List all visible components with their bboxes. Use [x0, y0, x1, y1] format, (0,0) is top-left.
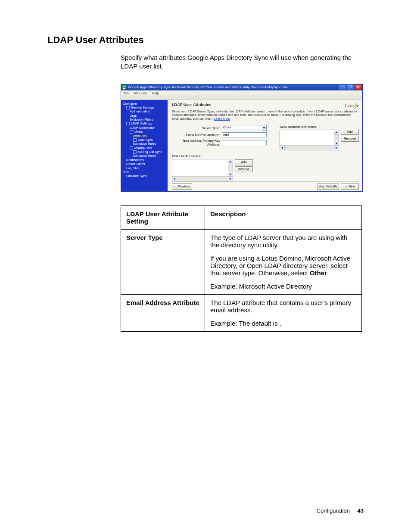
svg-marker-10 [281, 146, 283, 149]
alias-remove-button[interactable]: Remove [341, 136, 359, 142]
tree-ldap-connection[interactable]: LDAP Connection [123, 126, 166, 130]
use-defaults-button[interactable]: Use Defaults [317, 184, 339, 190]
tree-service-settings[interactable]: Service Settings [123, 106, 166, 109]
app-icon [122, 85, 126, 90]
scroll-left-icon[interactable] [172, 176, 177, 181]
scroll-left-icon[interactable] [280, 145, 285, 150]
window-minimize-button[interactable]: _ [339, 84, 346, 90]
alias-add-button[interactable]: Add [341, 129, 359, 135]
nonaddr-label: Non-Address Primary Key Attribute: [172, 139, 220, 146]
table-row-description: The LDAP attribute that contains a user'… [205, 295, 362, 332]
intro-text: Specify what attributes Google Apps Dire… [121, 53, 364, 71]
nonaddr-input[interactable] [222, 140, 267, 145]
panel-title: LDAP User Attributes [172, 103, 212, 107]
tree-ldap-settings[interactable]: LDAP Settings [123, 121, 166, 125]
nav-tree: Configure Service Settings Authenticatio… [121, 100, 168, 192]
svg-marker-9 [335, 143, 338, 144]
scroll-up-icon[interactable] [334, 130, 339, 135]
server-type-value: Other [222, 125, 262, 130]
svg-marker-6 [174, 177, 175, 180]
svg-marker-8 [335, 131, 338, 133]
table-header-description: Description [205, 206, 362, 230]
tree-simulate-sync[interactable]: Simulate Sync [123, 174, 166, 178]
menu-file[interactable]: File [124, 91, 129, 95]
toolbar-strip [121, 96, 362, 100]
page-title: LDAP User Attributes [47, 34, 364, 46]
tree-users[interactable]: Users [123, 130, 166, 134]
tree-notifications[interactable]: Notifications [123, 158, 166, 162]
svg-marker-7 [230, 177, 231, 180]
mail-list-label: Mail List Attributes: [172, 154, 233, 158]
tree-mailing-exclusion-rules[interactable]: Exclusion Rules [123, 154, 166, 158]
app-window: Google Apps Directory Sync for Email Sec… [121, 84, 363, 192]
mail-list-add-button[interactable]: Add [235, 159, 253, 165]
panel-help-text: Select your LDAP Server Type, and enter … [172, 110, 359, 121]
window-maximize-button[interactable]: ❐ [347, 84, 354, 90]
server-type-select[interactable]: Other [222, 125, 267, 131]
svg-marker-5 [229, 174, 232, 175]
main-panel: LDAP User Attributes Google Select your … [168, 100, 362, 192]
window-titlebar: Google Apps Directory Sync for Email Sec… [121, 84, 362, 90]
table-row-description: The type of LDAP server that you are usi… [205, 230, 362, 295]
svg-marker-3 [263, 127, 265, 129]
footer-page-number: 43 [358, 507, 364, 514]
tree-user-exclusion-rules[interactable]: Exclusion Rules [123, 142, 166, 146]
attributes-description-table: LDAP User Attribute Setting Description … [121, 205, 362, 332]
tree-delete-limits[interactable]: Delete Limits [123, 162, 166, 166]
learn-more-link[interactable]: Learn More [214, 117, 230, 121]
menu-help[interactable]: Help [152, 91, 159, 95]
table-header-setting: LDAP User Attribute Setting [121, 206, 205, 230]
svg-rect-2 [123, 87, 125, 88]
footer-section: Configuration [317, 507, 350, 514]
tree-exclusion-filters[interactable]: Exclusion Filters [123, 118, 166, 121]
tree-user-sync[interactable]: User Sync [123, 138, 166, 142]
tree-configure[interactable]: Configure [123, 102, 166, 106]
tree-authentication[interactable]: Authentication [123, 109, 166, 113]
window-close-button[interactable]: ✕ [355, 84, 361, 90]
email-attr-label: Email Address Attribute: [172, 133, 220, 137]
google-logo: Google [345, 103, 359, 109]
dropdown-arrow-icon[interactable] [262, 125, 267, 131]
tree-log-files[interactable]: Log Files [123, 166, 166, 170]
tree-mailing-lists[interactable]: Mailing Lists [123, 146, 166, 150]
email-attr-input[interactable]: mail [222, 132, 267, 137]
menu-windows[interactable]: Windows [134, 91, 147, 95]
tree-attributes[interactable]: Attributes [123, 134, 166, 138]
page-footer: Configuration 43 [317, 507, 364, 514]
scroll-up-icon[interactable] [228, 159, 233, 164]
tree-test[interactable]: Test [123, 170, 166, 174]
previous-button[interactable]: ← Previous [172, 184, 192, 190]
scroll-right-icon[interactable] [334, 145, 339, 150]
window-title: Google Apps Directory Sync for Email Sec… [128, 85, 287, 89]
mail-list-listbox[interactable] [172, 159, 233, 181]
scroll-right-icon[interactable] [228, 176, 233, 181]
mail-list-remove-button[interactable]: Remove [235, 166, 253, 172]
table-row-setting: Email Address Attribute [121, 295, 205, 332]
svg-marker-4 [229, 161, 232, 162]
alias-label: Alias Address Attributes: [280, 125, 359, 129]
tree-orgs[interactable]: Orgs [123, 114, 166, 118]
table-row-setting: Server Type [121, 230, 205, 295]
alias-listbox[interactable] [280, 130, 339, 150]
next-button[interactable]: → Next [341, 184, 359, 190]
menu-bar: File Windows Help [121, 90, 362, 96]
tree-mailing-list-sync[interactable]: Mailing List Sync [123, 150, 166, 154]
svg-marker-11 [336, 146, 337, 149]
server-type-label: Server Type: [172, 126, 220, 130]
